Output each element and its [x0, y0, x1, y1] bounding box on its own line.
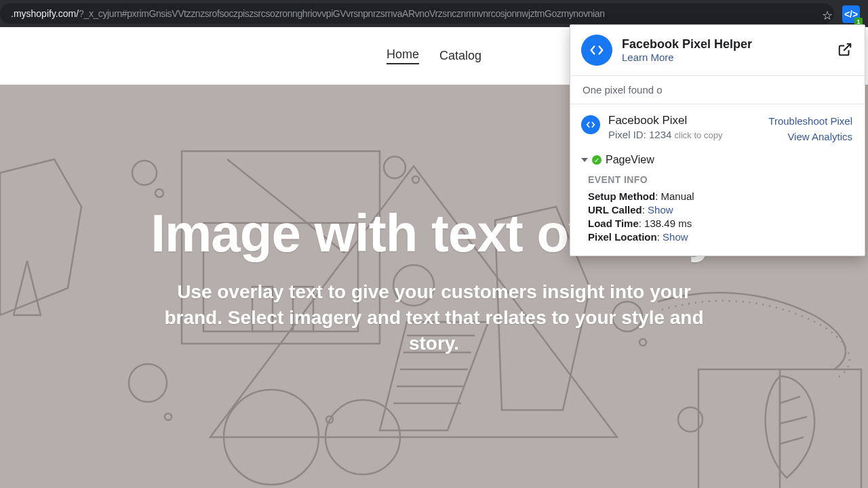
load-time-row: Load Time: 138.49 ms	[588, 218, 852, 229]
pixel-helper-popup: Facebook Pixel Helper Learn More One pix…	[570, 24, 865, 256]
pixel-id-row[interactable]: Pixel ID: 1234 click to copy	[608, 129, 768, 140]
event-pageview-toggle[interactable]: ✓ PageView	[570, 151, 865, 170]
setup-method-value: Manual	[661, 190, 694, 202]
facebook-pixel-icon	[581, 35, 612, 66]
address-bar[interactable]: .myshopify.com/ ?_x_cyjurn#pxrimGnsisVVt…	[0, 3, 834, 24]
facebook-pixel-mini-icon	[581, 115, 600, 134]
popup-header: Facebook Pixel Helper Learn More	[570, 25, 865, 76]
event-info-panel: EVENT INFO Setup Method: Manual URL Call…	[570, 170, 865, 256]
url-called-label: URL Called	[588, 204, 642, 216]
pixel-location-row: Pixel Location: Show	[588, 231, 852, 243]
popup-title: Facebook Pixel Helper	[622, 37, 752, 52]
open-external-icon[interactable]	[837, 42, 852, 59]
url-path: ?_x_cyjurn#pxrimGnsisVVtzznzsrofsoczpisz…	[79, 8, 605, 19]
event-info-heading: EVENT INFO	[588, 174, 852, 185]
pixel-id-label: Pixel ID:	[608, 129, 646, 140]
pixel-location-show-link[interactable]: Show	[663, 231, 688, 243]
pixel-helper-extension-icon[interactable]: </> 1	[842, 5, 860, 23]
event-name: PageView	[606, 154, 654, 166]
learn-more-link[interactable]: Learn More	[622, 52, 752, 63]
pixel-id-value: 1234	[649, 129, 671, 140]
click-to-copy-hint: click to copy	[675, 130, 723, 140]
pixel-name: Facebook Pixel	[608, 114, 768, 127]
bookmark-star-icon[interactable]: ☆	[822, 8, 833, 23]
browser-chrome: .myshopify.com/ ?_x_cyjurn#pxrimGnsisVVt…	[0, 0, 868, 27]
troubleshoot-pixel-link[interactable]: Troubleshoot Pixel	[768, 114, 852, 129]
svg-line-30	[844, 43, 850, 50]
success-check-icon: ✓	[592, 155, 601, 165]
url-called-row: URL Called: Show	[588, 204, 852, 216]
setup-method-row: Setup Method: Manual	[588, 190, 852, 202]
load-time-label: Load Time	[588, 218, 639, 229]
load-time-value: 138.49 ms	[644, 218, 692, 229]
pixel-location-label: Pixel Location	[588, 231, 657, 243]
chevron-down-icon	[581, 158, 588, 162]
setup-method-label: Setup Method	[588, 190, 655, 202]
hero-subtitle: Use overlay text to give your customers …	[149, 279, 719, 356]
view-analytics-link[interactable]: View Analytics	[768, 129, 852, 145]
nav-home[interactable]: Home	[387, 47, 419, 64]
url-called-show-link[interactable]: Show	[648, 204, 673, 216]
nav-catalog[interactable]: Catalog	[439, 49, 481, 63]
pixel-entry: Facebook Pixel Pixel ID: 1234 click to c…	[570, 104, 865, 151]
url-host: .myshopify.com/	[11, 8, 79, 19]
pixels-found-text: One pixel found o	[570, 76, 865, 104]
